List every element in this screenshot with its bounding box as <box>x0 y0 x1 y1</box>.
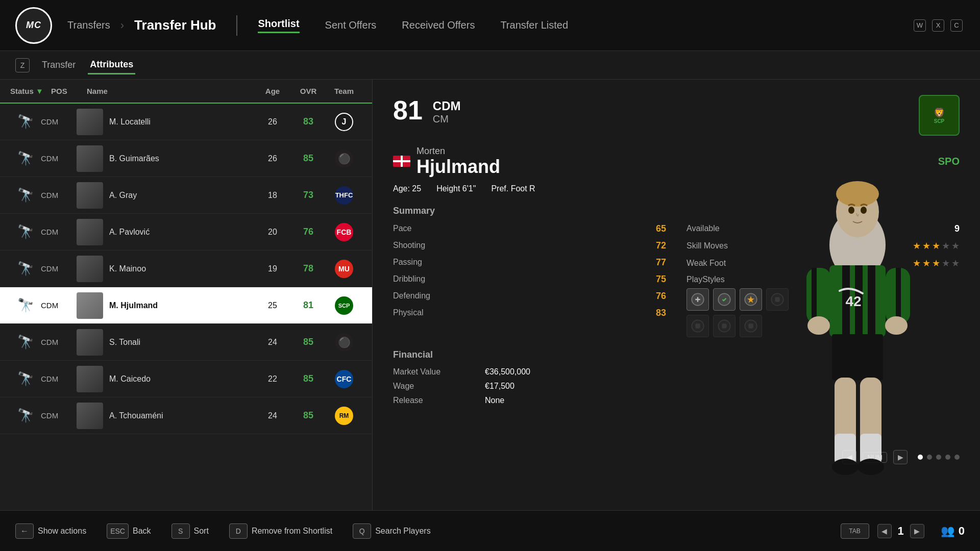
table-row[interactable]: 🔭 CDM S. Tonali 24 85 ⚫ <box>0 324 372 361</box>
player-positions: CDM CM <box>433 99 461 125</box>
stat-label-defending: Defending <box>393 291 430 300</box>
skill-stars: ★ ★ ★ ★ ★ <box>913 240 960 252</box>
avatar <box>77 256 103 282</box>
stat-label-passing: Passing <box>393 258 422 267</box>
player-team: CFC <box>326 370 362 388</box>
top-navigation: mc Transfers › Transfer Hub Shortlist Se… <box>0 0 980 51</box>
action-search-players[interactable]: Q Search Players <box>353 523 431 539</box>
financial-label-wage: Wage <box>393 382 475 391</box>
table-row[interactable]: 🔭 CDM M. Locatelli 26 83 J <box>0 104 372 140</box>
detail-prev-button[interactable]: ◀ <box>842 450 856 464</box>
star-4: ★ <box>942 240 950 252</box>
stat-label-pace: Pace <box>393 224 411 233</box>
team-badge: FCB <box>335 223 353 241</box>
tab-sent-offers[interactable]: Sent Offers <box>325 19 377 31</box>
num-badge: NUM <box>863 452 887 463</box>
back-key: ESC <box>107 523 129 539</box>
star-3: ★ <box>932 258 940 269</box>
player-ovr: 85 <box>290 410 326 421</box>
summary-title: Summary <box>393 206 960 216</box>
position-main: CDM <box>433 99 461 113</box>
player-age: 26 <box>255 154 290 163</box>
player-ovr: 76 <box>290 227 326 237</box>
player-age: 24 <box>255 411 290 420</box>
player-age: 26 <box>255 117 290 127</box>
stat-value-available: 9 <box>954 223 960 234</box>
action-sort[interactable]: S Sort <box>172 523 209 539</box>
star-5: ★ <box>951 240 960 252</box>
team-badge: CFC <box>335 370 353 388</box>
z-key-badge: Z <box>15 58 30 72</box>
squad-counter: 👥 0 <box>941 524 965 538</box>
tab-shortlist[interactable]: Shortlist <box>258 18 299 33</box>
playstyle-icons-container <box>687 288 960 311</box>
svg-rect-8 <box>722 323 726 328</box>
action-back[interactable]: ESC Back <box>107 523 151 539</box>
tab-transfer-listed[interactable]: Transfer Listed <box>500 19 568 31</box>
player-name: A. Pavlović <box>109 228 255 237</box>
detail-next-button[interactable]: ▶ <box>893 450 908 464</box>
team-badge: SCP <box>335 296 353 315</box>
page-dots <box>918 455 960 460</box>
table-row[interactable]: 🔭 CDM B. Guimarães 26 85 ⚫ <box>0 140 372 177</box>
col-header-ovr: OVR <box>290 87 326 95</box>
action-remove-shortlist[interactable]: D Remove from Shortlist <box>229 523 332 539</box>
w-key-badge: W <box>914 19 926 32</box>
table-row[interactable]: 🔭 CDM M. Caicedo 22 85 CFC <box>0 361 372 397</box>
stat-value-physical: 83 <box>656 308 666 318</box>
stat-label-dribbling: Dribbling <box>393 274 425 284</box>
secondary-navigation: Z Transfer Attributes <box>0 51 980 80</box>
page-dot-3 <box>936 455 941 460</box>
tab-key: TAB <box>841 523 869 539</box>
playstyle-icon-3 <box>740 288 762 311</box>
back-label: Back <box>133 527 151 536</box>
player-age: 22 <box>255 374 290 384</box>
page-number: 1 <box>898 524 904 538</box>
table-row[interactable]: 🔭 CDM A. Gray 18 73 THFC <box>0 177 372 214</box>
stat-label-playstyles: PlayStyles <box>687 275 725 284</box>
playstyle-icon-1 <box>687 288 709 311</box>
stat-label-shooting: Shooting <box>393 241 425 250</box>
stat-label-available: Available <box>687 224 720 233</box>
playstyle-icon-2 <box>713 288 736 311</box>
avatar <box>77 403 103 429</box>
meta-height: 6'1" <box>462 184 476 193</box>
player-position: CDM <box>41 191 77 199</box>
club-badge-detail: 🦁 SCP <box>919 95 960 136</box>
remove-key: D <box>229 523 248 539</box>
player-team: ⚫ <box>326 149 362 168</box>
player-age: 18 <box>255 191 290 200</box>
table-row[interactable]: 🔭 CDM A. Tchouaméni 24 85 RM <box>0 397 372 434</box>
team-badge: THFC <box>335 186 353 205</box>
financial-label-release: Release <box>393 396 475 405</box>
remove-label: Remove from Shortlist <box>252 527 332 536</box>
table-row[interactable]: 🔭 CDM A. Pavlović 20 76 FCB <box>0 214 372 251</box>
player-team: SCP <box>326 296 362 315</box>
nav-transfer-hub: Transfer Hub <box>134 17 216 33</box>
x-key-badge: X <box>932 19 944 32</box>
player-age: 24 <box>255 338 290 347</box>
next-page-button[interactable]: ▶ <box>910 524 924 538</box>
table-row[interactable]: 🔭 CDM M. Hjulmand 25 81 SCP <box>0 287 372 324</box>
table-row[interactable]: 🔭 CDM K. Mainoo 19 78 MU <box>0 251 372 287</box>
page-dot-1 <box>918 455 923 460</box>
playstyle-icon-4 <box>766 288 789 311</box>
squad-icon: 👥 <box>941 524 954 538</box>
page-nav-arrows: ◀ 1 ▶ <box>877 524 924 538</box>
playstyle-icon-5 <box>687 315 709 337</box>
star-1: ★ <box>913 258 921 269</box>
player-rating: 81 <box>393 95 423 126</box>
action-show-actions[interactable]: ← Show actions <box>15 523 86 539</box>
sec-tab-transfer[interactable]: Transfer <box>40 57 78 73</box>
player-name: S. Tonali <box>109 338 255 347</box>
scout-icon: 🔭 <box>17 371 34 387</box>
svg-rect-6 <box>695 323 700 328</box>
prev-page-button[interactable]: ◀ <box>877 524 892 538</box>
tab-received-offers[interactable]: Received Offers <box>402 19 475 31</box>
col-header-team: Team <box>326 87 362 95</box>
nav-transfers[interactable]: Transfers <box>67 19 110 31</box>
col-header-status: Status ▼ <box>10 87 51 95</box>
show-actions-key: ← <box>15 523 34 539</box>
player-position: CDM <box>41 154 77 163</box>
sec-tab-attributes[interactable]: Attributes <box>88 56 135 74</box>
